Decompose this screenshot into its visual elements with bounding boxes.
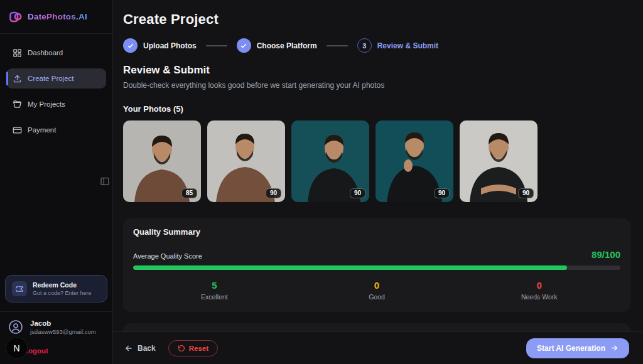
stat-good: 0 Good [296, 280, 458, 301]
step-choose-platform[interactable]: Choose Platform [237, 38, 317, 53]
photo-thumbnail[interactable]: 90 [376, 120, 453, 202]
logout-label: Logout [24, 347, 48, 355]
arrow-left-icon [124, 344, 133, 353]
redeem-subtitle: Got a code? Enter here [33, 290, 92, 296]
main-content: Create Project Upload Photos Choose Plat… [113, 0, 643, 331]
submit-label: Start AI Generation [537, 344, 605, 353]
sidebar-item-label: Create Project [28, 75, 74, 82]
stat-value: 0 [296, 280, 458, 291]
next-section-card-partial [123, 323, 630, 331]
quality-summary-title: Quality Summary [133, 227, 620, 237]
photo-thumbnail[interactable]: 90 [460, 120, 538, 202]
quality-progress-track [133, 265, 620, 270]
sidebar-item-my-projects[interactable]: My Projects [6, 94, 106, 114]
step-check-icon [237, 38, 251, 53]
redeem-title: Redeem Code [33, 281, 92, 289]
sidebar-item-payment[interactable]: Payment [6, 120, 106, 140]
average-quality-value: 89/100 [592, 249, 620, 260]
folder-icon [13, 100, 22, 109]
reset-label: Reset [189, 345, 208, 352]
photo-score-badge: 90 [350, 188, 365, 198]
back-label: Back [138, 344, 156, 353]
ticket-icon [12, 281, 27, 296]
sidebar: DatePhotos.AI Dashboard Create Project M… [0, 0, 113, 364]
photo-score-badge: 90 [518, 188, 534, 198]
brand: DatePhotos.AI [0, 0, 112, 34]
dashboard-grid-icon [13, 48, 22, 58]
photo-score-badge: 90 [266, 188, 281, 198]
step-connector [327, 45, 348, 46]
step-label: Upload Photos [143, 41, 197, 50]
back-button[interactable]: Back [124, 344, 156, 353]
brand-logo-icon [9, 10, 23, 24]
notification-badge: N [6, 338, 27, 358]
footer-bar: Back Reset Start AI Generation [113, 331, 643, 364]
photo-thumbnail[interactable]: 90 [291, 120, 369, 202]
user-email: jsdasww593@gmail.com [30, 328, 96, 335]
step-review-submit[interactable]: 3 Review & Submit [357, 38, 438, 53]
stat-label: Needs Work [458, 293, 620, 301]
stat-label: Excellent [133, 293, 296, 301]
photo-thumbnail[interactable]: 90 [207, 120, 285, 202]
photo-thumbnail[interactable]: 85 [123, 120, 201, 202]
sidebar-nav: Dashboard Create Project My Projects Pay… [0, 34, 112, 140]
reset-button[interactable]: Reset [168, 340, 218, 356]
photo-score-badge: 90 [434, 188, 450, 198]
user-avatar-icon [8, 319, 24, 335]
step-upload-photos[interactable]: Upload Photos [123, 38, 197, 53]
quality-stats: 5 Excellent 0 Good 0 Needs Work [133, 280, 620, 301]
active-indicator [6, 72, 8, 85]
redeem-code-button[interactable]: Redeem Code Got a code? Enter here [5, 275, 107, 302]
quality-summary-card: Quality Summary Average Quality Score 89… [123, 218, 630, 312]
sidebar-item-label: My Projects [28, 100, 65, 108]
review-heading: Review & Submit [123, 64, 630, 77]
step-label: Choose Platform [257, 41, 317, 50]
quality-progress-fill [133, 265, 567, 270]
user-profile[interactable]: Jacob jsdasww593@gmail.com [0, 311, 112, 339]
sidebar-item-dashboard[interactable]: Dashboard [6, 43, 106, 63]
stat-excellent: 5 Excellent [133, 280, 296, 301]
sidebar-collapse-icon[interactable] [100, 176, 110, 186]
arrow-right-icon [610, 344, 619, 352]
notification-badge-letter: N [13, 343, 19, 353]
photo-score-badge: 85 [181, 188, 197, 198]
stat-needs-work: 0 Needs Work [458, 280, 620, 301]
stepper: Upload Photos Choose Platform 3 Review &… [123, 38, 630, 53]
upload-icon [13, 74, 22, 83]
photos-heading: Your Photos (5) [123, 104, 630, 114]
credit-card-icon [13, 126, 22, 135]
sidebar-item-create-project[interactable]: Create Project [6, 68, 106, 88]
stat-label: Good [296, 293, 458, 301]
step-check-icon [123, 38, 138, 53]
stat-value: 0 [458, 280, 620, 291]
brand-name: DatePhotos.AI [28, 12, 87, 21]
step-number-circle: 3 [357, 38, 372, 53]
photos-row: 85 90 90 [123, 120, 630, 202]
user-name: Jacob [30, 319, 96, 327]
review-subtitle: Double-check everything looks good befor… [123, 81, 630, 90]
sidebar-item-label: Dashboard [28, 49, 63, 56]
step-connector [206, 45, 227, 46]
page-title: Create Project [123, 11, 630, 28]
step-label: Review & Submit [377, 41, 438, 50]
reset-icon [178, 345, 185, 352]
average-quality-label: Average Quality Score [133, 252, 202, 260]
stat-value: 5 [133, 280, 296, 291]
sidebar-item-label: Payment [28, 126, 56, 134]
start-ai-generation-button[interactable]: Start AI Generation [526, 338, 629, 358]
